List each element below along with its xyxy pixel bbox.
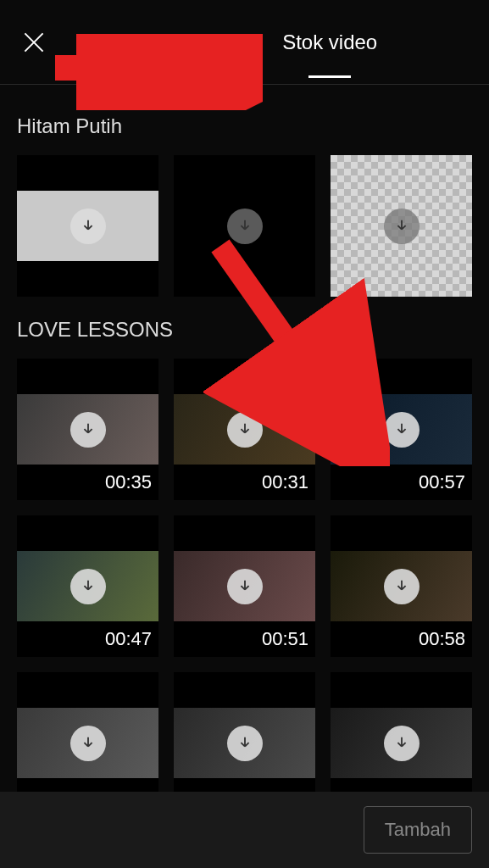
video-item[interactable]: 00:51	[174, 515, 315, 657]
video-duration: 00:47	[105, 628, 152, 650]
download-icon	[227, 726, 263, 761]
blank-transparent-card[interactable]	[331, 155, 472, 297]
grid-hitam-putih	[17, 155, 472, 297]
download-icon	[70, 569, 106, 604]
download-icon	[70, 726, 106, 761]
add-button[interactable]: Tambah	[364, 806, 472, 854]
video-duration: 00:35	[105, 471, 152, 493]
footer-bar: Tambah	[0, 792, 489, 868]
grid-love-lessons: 00:35 00:31 00:57 00:47 00:51 00:58	[17, 359, 472, 792]
video-duration: 00:51	[262, 628, 308, 650]
video-duration: 00:31	[262, 471, 308, 493]
blank-white-card[interactable]	[17, 155, 158, 297]
download-icon	[227, 412, 263, 448]
download-icon	[227, 569, 263, 604]
video-item[interactable]: 00:31	[174, 359, 315, 500]
blank-black-card[interactable]	[174, 155, 315, 297]
download-icon	[70, 412, 106, 448]
video-duration: 00:58	[419, 628, 465, 650]
video-item[interactable]	[17, 672, 158, 792]
tab-terbaru[interactable]: Terbaru	[146, 31, 214, 54]
download-icon	[384, 209, 420, 244]
download-icon	[70, 209, 106, 244]
video-duration: 00:57	[419, 471, 465, 493]
download-icon	[384, 726, 420, 761]
video-item[interactable]: 00:47	[17, 515, 158, 657]
video-item[interactable]	[331, 672, 472, 792]
video-item[interactable]	[174, 672, 315, 792]
video-item[interactable]: 00:58	[331, 515, 472, 657]
content-scroll[interactable]: Hitam Putih LOVE LESSONS 00:35	[0, 85, 489, 792]
download-icon	[384, 569, 420, 604]
section-title-hitam-putih: Hitam Putih	[17, 114, 472, 138]
header: Terbaru Stok video	[0, 0, 489, 85]
video-item[interactable]: 00:35	[17, 359, 158, 500]
download-icon	[227, 209, 263, 244]
video-item[interactable]: 00:57	[331, 359, 472, 500]
close-button[interactable]	[17, 25, 51, 59]
tab-stok-video[interactable]: Stok video	[282, 31, 377, 54]
tab-bar: Terbaru Stok video	[51, 31, 472, 54]
download-icon	[384, 412, 420, 448]
section-title-love-lessons: LOVE LESSONS	[17, 318, 472, 342]
